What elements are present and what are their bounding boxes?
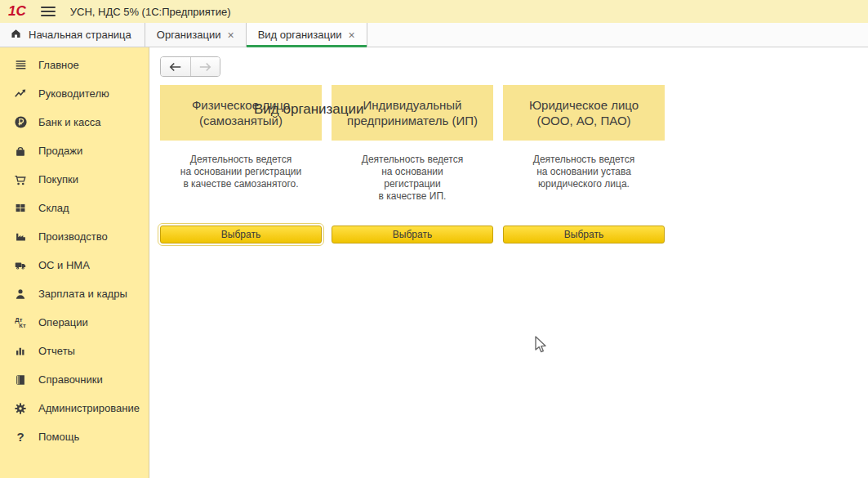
warehouse-blocks-icon: [11, 201, 29, 216]
trend-chart-icon: [11, 87, 29, 101]
tab-organization-type[interactable]: Вид организации ×: [247, 23, 367, 47]
sidebar-item-label: Главное: [38, 59, 79, 71]
sidebar-item-label: Покупки: [38, 173, 78, 185]
window-title: УСН, НДС 5% (1С:Предприятие): [70, 6, 231, 18]
select-button[interactable]: Выбрать: [332, 226, 493, 243]
forward-button[interactable]: [191, 57, 220, 76]
sidebar-item-directories[interactable]: Справочники: [0, 365, 149, 394]
card-title: Юридическое лицо (ООО, АО, ПАО): [503, 85, 665, 141]
card-description: Деятельность ведется на основании регист…: [160, 141, 322, 226]
1c-logo: 1С: [8, 3, 26, 20]
ruble-circle-icon: [11, 115, 29, 130]
tab-label: Вид организации: [258, 29, 342, 41]
back-button[interactable]: [161, 57, 191, 76]
sidebar-item-label: Производство: [38, 230, 108, 243]
sidebar-item-label: Помощь: [38, 431, 79, 443]
sidebar-item-purchases[interactable]: Покупки: [0, 165, 149, 194]
debit-credit-icon: ДтКт: [11, 315, 29, 330]
sidebar-item-bank[interactable]: Банк и касса: [0, 108, 149, 136]
close-icon[interactable]: ×: [349, 29, 355, 41]
sidebar-item-production[interactable]: Производство: [0, 222, 149, 251]
tab-bar: Начальная страница Организации × Вид орг…: [0, 23, 868, 47]
sidebar-item-administration[interactable]: Администрирование: [0, 394, 149, 422]
sidebar-item-manager[interactable]: Руководителю: [0, 79, 149, 108]
sidebar-menu: Главное Руководителю Банк и касса Продаж…: [0, 47, 149, 478]
home-icon: [10, 28, 22, 42]
select-button[interactable]: Выбрать: [503, 226, 665, 243]
tab-label: Организации: [157, 29, 221, 41]
sidebar-item-operations[interactable]: ДтКт Операции: [0, 308, 149, 337]
main-content: Вид организации Физическое лицо (самозан…: [150, 48, 868, 478]
truck-icon: [11, 258, 29, 273]
sidebar-item-main[interactable]: Главное: [0, 51, 149, 79]
person-icon: [11, 287, 29, 302]
card-description: Деятельность ведется на основании устава…: [503, 141, 665, 226]
sidebar-item-label: Руководителю: [38, 87, 109, 100]
main-menu-icon: [11, 58, 29, 73]
tab-label: Начальная страница: [29, 29, 131, 41]
shopping-bag-icon: [11, 144, 29, 159]
sidebar-item-label: Продажи: [38, 145, 82, 157]
sidebar-item-payroll[interactable]: Зарплата и кадры: [0, 279, 149, 308]
sidebar-item-sales[interactable]: Продажи: [0, 136, 149, 165]
select-button[interactable]: Выбрать: [160, 226, 322, 243]
hamburger-menu-icon[interactable]: [41, 7, 56, 16]
shopping-cart-icon: [11, 172, 29, 187]
bar-chart-icon: [11, 344, 29, 359]
tab-home[interactable]: Начальная страница: [0, 23, 145, 47]
question-mark-icon: ?: [11, 430, 29, 444]
sidebar-item-reports[interactable]: Отчеты: [0, 337, 149, 365]
sidebar-item-label: Зарплата и кадры: [38, 288, 127, 300]
app-titlebar: 1С УСН, НДС 5% (1С:Предприятие): [0, 0, 868, 23]
history-nav: [160, 56, 220, 77]
card-description: Деятельность ведется на основании регист…: [332, 141, 493, 226]
sidebar-item-help[interactable]: ? Помощь: [0, 422, 149, 451]
sidebar-item-label: Отчеты: [38, 345, 75, 357]
card-legal-entity: Юридическое лицо (ООО, АО, ПАО) Деятельн…: [503, 85, 665, 243]
sidebar-item-label: Администрирование: [38, 402, 140, 414]
sidebar-item-fixed-assets[interactable]: ОС и НМА: [0, 251, 149, 279]
book-icon: [11, 373, 29, 387]
factory-icon: [11, 230, 29, 244]
sidebar-item-label: Справочники: [38, 373, 103, 386]
sidebar-item-label: ОС и НМА: [38, 259, 90, 271]
sidebar-item-label: Банк и касса: [38, 116, 101, 128]
sidebar-item-warehouse[interactable]: Склад: [0, 194, 149, 222]
gear-icon: [11, 401, 29, 416]
close-icon[interactable]: ×: [227, 29, 234, 41]
tab-organizations[interactable]: Организации ×: [145, 23, 247, 47]
sidebar-item-label: Операции: [38, 316, 88, 328]
page-title: Вид организации: [254, 101, 364, 118]
sidebar-item-label: Склад: [38, 202, 69, 214]
